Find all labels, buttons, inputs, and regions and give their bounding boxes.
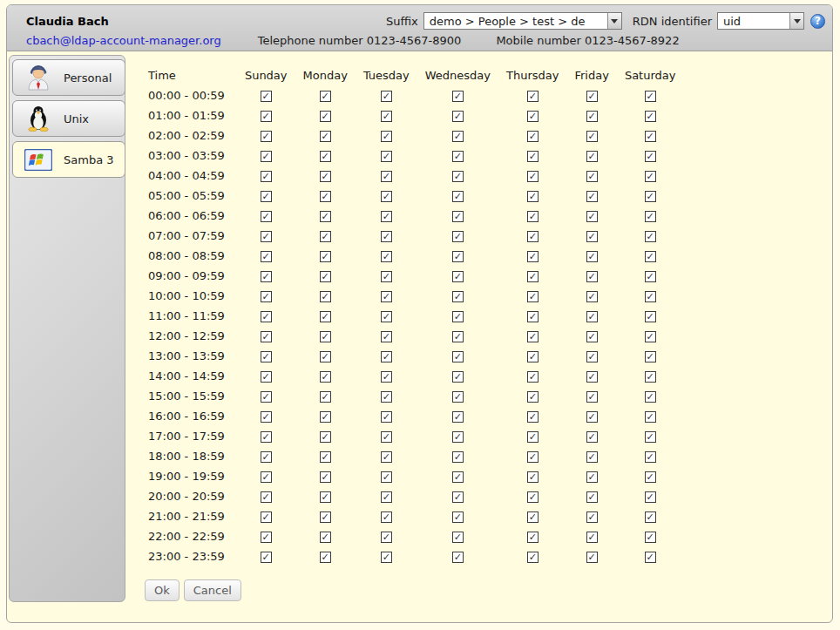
logon-hour-checkbox[interactable]: ✓ [452, 191, 464, 202]
logon-hour-checkbox[interactable]: ✓ [645, 231, 656, 242]
logon-hour-checkbox[interactable]: ✓ [645, 211, 656, 222]
logon-hour-checkbox[interactable]: ✓ [452, 391, 464, 403]
logon-hour-checkbox[interactable]: ✓ [527, 351, 539, 362]
logon-hour-checkbox[interactable]: ✓ [261, 311, 272, 322]
logon-hour-checkbox[interactable]: ✓ [645, 411, 656, 423]
logon-hour-checkbox[interactable]: ✓ [261, 371, 272, 383]
logon-hour-checkbox[interactable]: ✓ [320, 311, 331, 322]
logon-hour-checkbox[interactable]: ✓ [586, 552, 598, 563]
logon-hour-checkbox[interactable]: ✓ [452, 231, 464, 242]
logon-hour-checkbox[interactable]: ✓ [527, 532, 539, 543]
logon-hour-checkbox[interactable]: ✓ [261, 111, 272, 122]
logon-hour-checkbox[interactable]: ✓ [381, 552, 392, 563]
ok-button[interactable]: Ok [145, 579, 180, 601]
logon-hour-checkbox[interactable]: ✓ [452, 532, 464, 543]
logon-hour-checkbox[interactable]: ✓ [381, 91, 392, 102]
account-email-link[interactable]: cbach@ldap-account-manager.org [26, 34, 221, 47]
logon-hour-checkbox[interactable]: ✓ [381, 271, 392, 282]
logon-hour-checkbox[interactable]: ✓ [645, 391, 656, 403]
logon-hour-checkbox[interactable]: ✓ [527, 391, 539, 403]
logon-hour-checkbox[interactable]: ✓ [452, 552, 464, 563]
logon-hour-checkbox[interactable]: ✓ [645, 151, 656, 162]
logon-hour-checkbox[interactable]: ✓ [381, 251, 392, 262]
logon-hour-checkbox[interactable]: ✓ [586, 511, 598, 523]
logon-hour-checkbox[interactable]: ✓ [452, 311, 464, 322]
logon-hour-checkbox[interactable]: ✓ [452, 351, 464, 362]
logon-hour-checkbox[interactable]: ✓ [381, 511, 392, 523]
logon-hour-checkbox[interactable]: ✓ [645, 291, 656, 302]
logon-hour-checkbox[interactable]: ✓ [381, 391, 392, 403]
logon-hour-checkbox[interactable]: ✓ [320, 471, 331, 483]
logon-hour-checkbox[interactable]: ✓ [527, 191, 539, 202]
logon-hour-checkbox[interactable]: ✓ [261, 471, 272, 483]
logon-hour-checkbox[interactable]: ✓ [586, 331, 598, 342]
logon-hour-checkbox[interactable]: ✓ [320, 211, 331, 222]
logon-hour-checkbox[interactable]: ✓ [320, 131, 331, 142]
logon-hour-checkbox[interactable]: ✓ [320, 351, 331, 362]
logon-hour-checkbox[interactable]: ✓ [381, 191, 392, 202]
logon-hour-checkbox[interactable]: ✓ [261, 231, 272, 242]
logon-hour-checkbox[interactable]: ✓ [586, 211, 598, 222]
logon-hour-checkbox[interactable]: ✓ [452, 331, 464, 342]
logon-hour-checkbox[interactable]: ✓ [320, 171, 331, 182]
logon-hour-checkbox[interactable]: ✓ [261, 431, 272, 443]
logon-hour-checkbox[interactable]: ✓ [452, 151, 464, 162]
logon-hour-checkbox[interactable]: ✓ [645, 131, 656, 142]
logon-hour-checkbox[interactable]: ✓ [586, 251, 598, 262]
logon-hour-checkbox[interactable]: ✓ [320, 291, 331, 302]
logon-hour-checkbox[interactable]: ✓ [381, 151, 392, 162]
logon-hour-checkbox[interactable]: ✓ [586, 111, 598, 122]
logon-hour-checkbox[interactable]: ✓ [452, 131, 464, 142]
logon-hour-checkbox[interactable]: ✓ [586, 491, 598, 503]
logon-hour-checkbox[interactable]: ✓ [320, 191, 331, 202]
logon-hour-checkbox[interactable]: ✓ [452, 411, 464, 423]
logon-hour-checkbox[interactable]: ✓ [645, 311, 656, 322]
logon-hour-checkbox[interactable]: ✓ [645, 532, 656, 543]
logon-hour-checkbox[interactable]: ✓ [320, 511, 331, 523]
logon-hour-checkbox[interactable]: ✓ [586, 532, 598, 543]
logon-hour-checkbox[interactable]: ✓ [645, 431, 656, 443]
logon-hour-checkbox[interactable]: ✓ [381, 211, 392, 222]
logon-hour-checkbox[interactable]: ✓ [381, 351, 392, 362]
logon-hour-checkbox[interactable]: ✓ [381, 451, 392, 463]
tab-samba3[interactable]: Samba 3 [12, 141, 125, 178]
logon-hour-checkbox[interactable]: ✓ [381, 291, 392, 302]
logon-hour-checkbox[interactable]: ✓ [527, 151, 539, 162]
tab-unix[interactable]: Unix [12, 100, 125, 137]
logon-hour-checkbox[interactable]: ✓ [452, 471, 464, 483]
logon-hour-checkbox[interactable]: ✓ [527, 251, 539, 262]
logon-hour-checkbox[interactable]: ✓ [261, 491, 272, 503]
logon-hour-checkbox[interactable]: ✓ [381, 471, 392, 483]
logon-hour-checkbox[interactable]: ✓ [586, 451, 598, 463]
logon-hour-checkbox[interactable]: ✓ [452, 271, 464, 282]
logon-hour-checkbox[interactable]: ✓ [586, 171, 598, 182]
help-icon[interactable]: ? [810, 14, 825, 29]
logon-hour-checkbox[interactable]: ✓ [527, 311, 539, 322]
logon-hour-checkbox[interactable]: ✓ [320, 371, 331, 383]
logon-hour-checkbox[interactable]: ✓ [261, 251, 272, 262]
logon-hour-checkbox[interactable]: ✓ [527, 431, 539, 443]
logon-hour-checkbox[interactable]: ✓ [320, 391, 331, 403]
logon-hour-checkbox[interactable]: ✓ [527, 271, 539, 282]
logon-hour-checkbox[interactable]: ✓ [320, 151, 331, 162]
logon-hour-checkbox[interactable]: ✓ [527, 371, 539, 383]
logon-hour-checkbox[interactable]: ✓ [452, 171, 464, 182]
logon-hour-checkbox[interactable]: ✓ [381, 431, 392, 443]
logon-hour-checkbox[interactable]: ✓ [261, 171, 272, 182]
logon-hour-checkbox[interactable]: ✓ [645, 251, 656, 262]
logon-hour-checkbox[interactable]: ✓ [452, 451, 464, 463]
logon-hour-checkbox[interactable]: ✓ [586, 151, 598, 162]
logon-hour-checkbox[interactable]: ✓ [527, 471, 539, 483]
logon-hour-checkbox[interactable]: ✓ [320, 271, 331, 282]
logon-hour-checkbox[interactable]: ✓ [320, 491, 331, 503]
logon-hour-checkbox[interactable]: ✓ [261, 511, 272, 523]
logon-hour-checkbox[interactable]: ✓ [645, 451, 656, 463]
logon-hour-checkbox[interactable]: ✓ [586, 131, 598, 142]
logon-hour-checkbox[interactable]: ✓ [527, 291, 539, 302]
logon-hour-checkbox[interactable]: ✓ [261, 331, 272, 342]
logon-hour-checkbox[interactable]: ✓ [381, 491, 392, 503]
logon-hour-checkbox[interactable]: ✓ [261, 411, 272, 423]
logon-hour-checkbox[interactable]: ✓ [645, 351, 656, 362]
logon-hour-checkbox[interactable]: ✓ [645, 91, 656, 102]
logon-hour-checkbox[interactable]: ✓ [586, 471, 598, 483]
